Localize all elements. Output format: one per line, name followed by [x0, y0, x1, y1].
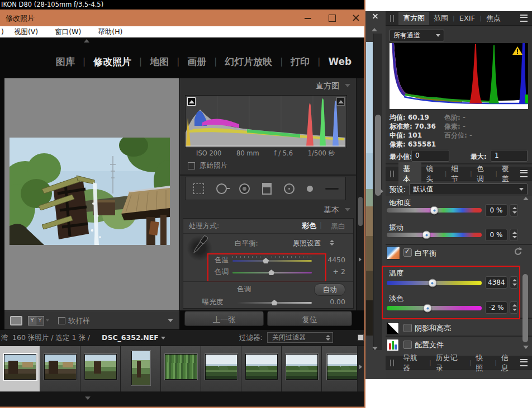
- basic-panel-title[interactable]: 基本: [324, 205, 339, 215]
- red-eye-tool-icon[interactable]: [239, 183, 250, 194]
- tint-slider[interactable]: [232, 272, 312, 273]
- panel-grip-icon[interactable]: [390, 15, 394, 22]
- soft-proof-checkbox[interactable]: [58, 317, 65, 324]
- histogram-panel-title[interactable]: 直方图: [316, 81, 339, 91]
- max-input[interactable]: 1: [491, 150, 528, 162]
- vibrance-value[interactable]: 0 %: [485, 229, 507, 241]
- temp-value[interactable]: 4450: [327, 256, 345, 264]
- filmstrip-thumb[interactable]: [80, 346, 121, 391]
- radial-filter-icon[interactable]: [284, 183, 294, 194]
- tab-detail[interactable]: 细节: [447, 162, 470, 186]
- scroll-down-icon[interactable]: [372, 347, 378, 350]
- panel-grip-icon[interactable]: [390, 360, 394, 366]
- min-input[interactable]: 0: [411, 150, 449, 162]
- saturation-slider-handle[interactable]: [430, 206, 439, 215]
- tint-value[interactable]: + 2: [333, 267, 345, 276]
- saturation-stepper[interactable]: [510, 204, 518, 216]
- auto-tone-button[interactable]: 自动: [314, 284, 345, 296]
- menu-window[interactable]: 窗口(W): [55, 27, 81, 36]
- module-map[interactable]: 地图: [150, 55, 169, 68]
- panel-scroll-down-icon[interactable]: [523, 346, 529, 349]
- tab-info[interactable]: 信息: [497, 351, 520, 375]
- module-book[interactable]: 画册: [187, 55, 206, 68]
- compare-view-icon[interactable]: Y: [28, 316, 36, 325]
- filmstrip-thumb-selected[interactable]: [0, 346, 40, 391]
- filmstrip-thumb[interactable]: [282, 346, 322, 391]
- exposure-slider[interactable]: [237, 302, 312, 304]
- vibrance-slider[interactable]: [387, 233, 482, 237]
- tab-focus[interactable]: 焦点: [482, 12, 505, 25]
- filmstrip-thumb[interactable]: [40, 346, 80, 391]
- tab-lens[interactable]: 镜头: [421, 162, 444, 186]
- lr-histogram[interactable]: [185, 95, 347, 148]
- treatment-color[interactable]: 彩色: [302, 221, 316, 231]
- module-print[interactable]: 打印: [291, 55, 310, 68]
- tab-navigator[interactable]: 导航器: [398, 351, 429, 375]
- close-button[interactable]: [348, 13, 364, 23]
- tab-exif[interactable]: EXIF: [455, 12, 479, 24]
- module-develop[interactable]: 修改照片: [93, 55, 131, 68]
- module-slideshow[interactable]: 幻灯片放映: [225, 55, 272, 68]
- filmstrip-scroll-right-icon[interactable]: [359, 365, 362, 369]
- top-panel-collapse-icon[interactable]: [84, 39, 89, 43]
- tab-overlays[interactable]: 覆盖: [497, 162, 520, 186]
- filmstrip-thumb[interactable]: [201, 346, 241, 391]
- previous-button[interactable]: 上一张: [184, 312, 264, 326]
- treatment-bw[interactable]: 黑白: [331, 221, 345, 232]
- original-photo-checkbox[interactable]: [188, 162, 195, 169]
- tab-tones[interactable]: 色调: [472, 162, 495, 186]
- panel-expand-icon[interactable]: [359, 257, 362, 262]
- brush-size-slider[interactable]: [325, 188, 339, 190]
- channel-select[interactable]: 所有通道: [390, 30, 444, 41]
- panel-menu-icon[interactable]: [520, 359, 528, 366]
- pane-close-button[interactable]: [372, 13, 378, 19]
- wb-reset-icon[interactable]: [513, 247, 523, 257]
- toolbar-dropdown-icon[interactable]: [168, 319, 173, 322]
- panel-grip-icon[interactable]: [390, 171, 394, 177]
- image-scrollbar-thumb[interactable]: [375, 115, 381, 196]
- module-library[interactable]: 图库: [56, 55, 75, 68]
- filmstrip-source-dropdown-icon[interactable]: [161, 337, 165, 339]
- main-photo[interactable]: [10, 138, 170, 245]
- loupe-view-icon[interactable]: [10, 316, 22, 325]
- vibrance-slider-handle[interactable]: [422, 231, 431, 239]
- spot-removal-icon[interactable]: [216, 183, 227, 194]
- scroll-up-icon[interactable]: [372, 28, 377, 31]
- panel-scroll-up-icon[interactable]: [523, 197, 529, 200]
- tab-history[interactable]: 历史记录: [431, 351, 469, 375]
- exposure-slider-handle[interactable]: [272, 300, 278, 305]
- panel-scrollbar-thumb[interactable]: [358, 197, 363, 226]
- graduated-filter-icon[interactable]: [262, 183, 272, 195]
- exposure-value[interactable]: 0.00: [330, 298, 345, 306]
- saturation-value[interactable]: 0 %: [485, 204, 507, 216]
- pane-expand-icon[interactable]: [381, 189, 383, 194]
- tab-scope[interactable]: 范围: [429, 12, 453, 25]
- minimize-button[interactable]: [300, 13, 317, 23]
- histogram-collapse-icon[interactable]: [345, 84, 350, 87]
- wb-eyedropper-icon[interactable]: [191, 234, 208, 260]
- filter-select[interactable]: 关闭过滤器: [267, 332, 333, 343]
- wb-preset-select[interactable]: 原照设置: [293, 239, 321, 248]
- maximize-button[interactable]: [324, 13, 341, 23]
- menu-view[interactable]: 视图(V): [14, 27, 38, 36]
- tab-snapshots[interactable]: 快照: [471, 351, 495, 375]
- ra-panel-scrollbar-thumb[interactable]: [522, 274, 528, 342]
- panel-menu-icon[interactable]: [520, 170, 528, 177]
- shadows-enable-checkbox[interactable]: [403, 324, 412, 332]
- crop-tool-icon[interactable]: [193, 183, 204, 194]
- vibrance-stepper[interactable]: [510, 229, 518, 241]
- ra-histogram[interactable]: [390, 43, 528, 109]
- menu-help[interactable]: 帮助(H): [98, 27, 122, 36]
- temp-slider[interactable]: [232, 260, 312, 262]
- module-web[interactable]: Web: [328, 56, 352, 67]
- basic-collapse-icon[interactable]: [345, 208, 350, 211]
- filmstrip-thumb[interactable]: [241, 346, 282, 391]
- panel-menu-icon[interactable]: [520, 15, 528, 22]
- filmstrip-thumb-cut[interactable]: [322, 346, 358, 391]
- filter-toggle[interactable]: [358, 334, 364, 341]
- tab-basic[interactable]: 基本: [398, 162, 421, 186]
- shadow-clipping-indicator[interactable]: [187, 97, 196, 106]
- filmstrip-collapse-bar[interactable]: [0, 391, 364, 407]
- wb-enable-checkbox[interactable]: [403, 248, 412, 257]
- filmstrip-collapse-icon[interactable]: [85, 397, 91, 400]
